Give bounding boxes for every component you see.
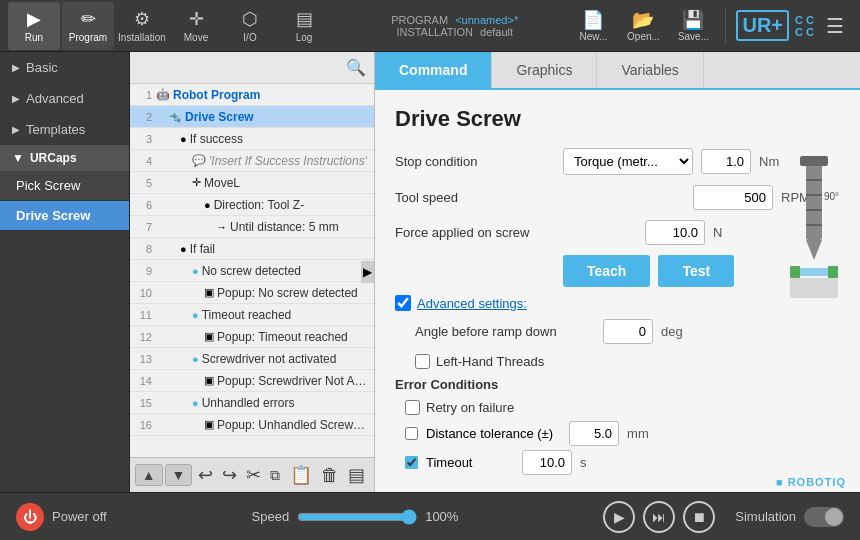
tree-row[interactable]: 12 ▣ Popup: Timeout reached <box>130 326 374 348</box>
sidebar-drive-screw[interactable]: Drive Screw <box>0 201 129 231</box>
timeout-input[interactable] <box>522 450 572 475</box>
new-label: New... <box>580 31 608 42</box>
tree-row[interactable]: 4 💬 'Insert If Success Instructions' <box>130 150 374 172</box>
paste-button[interactable]: 📋 <box>286 462 316 488</box>
popup-timeout-text: Popup: Timeout reached <box>217 330 348 344</box>
save-label: Save... <box>678 31 709 42</box>
sidebar-advanced-label: Advanced <box>26 91 84 106</box>
power-button[interactable]: ⏻ Power off <box>16 503 107 531</box>
left-hand-checkbox[interactable] <box>415 354 430 369</box>
tab-command[interactable]: Command <box>375 52 492 88</box>
cut-button[interactable]: ✂ <box>242 462 265 488</box>
advanced-settings-label[interactable]: Advanced settings: <box>417 296 527 311</box>
tree-row[interactable]: 11 ● Timeout reached <box>130 304 374 326</box>
basic-arrow: ▶ <box>12 62 20 73</box>
robot-icon: 🤖 <box>156 88 170 101</box>
sidebar-pick-screw[interactable]: Pick Screw <box>0 171 129 201</box>
distance-tol-checkbox[interactable] <box>405 427 418 440</box>
tab-graphics[interactable]: Graphics <box>492 52 597 88</box>
force-input[interactable] <box>645 220 705 245</box>
timeout-checkbox[interactable] <box>405 456 418 469</box>
program-name: <unnamed>* <box>455 14 518 26</box>
dir-icon: ● <box>204 199 211 211</box>
test-button[interactable]: Test <box>658 255 734 287</box>
angle-row: Angle before ramp down deg <box>415 319 840 344</box>
log-button[interactable]: ▤ Log <box>278 2 330 50</box>
speed-label: Speed <box>252 509 290 524</box>
tab-variables[interactable]: Variables <box>597 52 703 88</box>
advanced-checkbox[interactable] <box>395 295 411 311</box>
tree-row[interactable]: 3 ● If success <box>130 128 374 150</box>
templates-arrow: ▶ <box>12 124 20 135</box>
timeout-row: Timeout s <box>405 450 840 475</box>
tree-row[interactable]: 14 ▣ Popup: Screwdriver Not Acti... <box>130 370 374 392</box>
save-button[interactable]: 💾 Save... <box>671 9 715 42</box>
program-tree: 1 🤖 Robot Program 2 🔩 Drive Screw 3 ● <box>130 84 374 457</box>
stop-condition-row: Stop condition Torque (metr... Nm <box>395 148 840 175</box>
delete-button[interactable]: 🗑 <box>317 463 343 488</box>
menu-button[interactable]: ☰ <box>820 14 850 38</box>
simulation-section: Simulation <box>735 507 844 527</box>
prog-nav-up: ▲ ▼ <box>135 464 193 486</box>
sidebar-item-templates[interactable]: ▶ Templates <box>0 114 129 145</box>
sidebar-item-advanced[interactable]: ▶ Advanced <box>0 83 129 114</box>
robot-program-text: Robot Program <box>173 88 260 102</box>
timeout-label: Timeout <box>426 455 506 470</box>
error-conditions-title: Error Conditions <box>395 377 840 392</box>
speed-slider[interactable] <box>297 509 417 525</box>
toolbar-right: 📄 New... 📂 Open... 💾 Save... UR+ C C C C… <box>571 8 860 44</box>
run-label: Run <box>25 32 43 43</box>
panel-title: Drive Screw <box>395 106 840 132</box>
left-hand-label: Left-Hand Threads <box>436 354 544 369</box>
tool-speed-input[interactable] <box>693 185 773 210</box>
installation-button[interactable]: ⚙ Installation <box>116 2 168 50</box>
add-button[interactable]: ▤ <box>344 462 369 488</box>
undo-button[interactable]: ↩ <box>194 462 217 488</box>
ur-logo: UR+ <box>736 10 789 41</box>
play-button[interactable]: ▶ <box>603 501 635 533</box>
angle-input[interactable] <box>603 319 653 344</box>
search-button[interactable]: 🔍 <box>342 56 370 79</box>
tree-row-drive-screw[interactable]: 2 🔩 Drive Screw <box>130 106 374 128</box>
io-button[interactable]: ⬡ I/O <box>224 2 276 50</box>
tree-row[interactable]: 7 → Until distance: 5 mm <box>130 216 374 238</box>
popup4-icon: ▣ <box>204 418 214 431</box>
move-up-button[interactable]: ▲ <box>135 464 163 486</box>
stop-condition-select[interactable]: Torque (metr... <box>563 148 693 175</box>
move-button[interactable]: ✛ Move <box>170 2 222 50</box>
tree-scroll-right[interactable]: ▶ <box>361 261 374 283</box>
tab-bar: Command Graphics Variables <box>375 52 860 90</box>
step-button[interactable]: ⏭ <box>643 501 675 533</box>
retry-checkbox[interactable] <box>405 400 420 415</box>
redo-button[interactable]: ↪ <box>218 462 241 488</box>
program-button[interactable]: ✏ Program <box>62 2 114 50</box>
new-button[interactable]: 📄 New... <box>571 9 615 42</box>
run-button[interactable]: ▶ Run <box>8 2 60 50</box>
screw-visual: 90° <box>784 150 844 313</box>
tree-row[interactable]: 10 ▣ Popup: No screw detected <box>130 282 374 304</box>
copy-button[interactable]: ⧉ <box>266 465 284 486</box>
distance-tol-unit: mm <box>627 426 649 441</box>
insert-text: 'Insert If Success Instructions' <box>209 154 367 168</box>
distance-tol-input[interactable] <box>569 421 619 446</box>
top-toolbar: ▶ Run ✏ Program ⚙ Installation ✛ Move ⬡ … <box>0 0 860 52</box>
tree-row[interactable]: 8 ● If fail <box>130 238 374 260</box>
sidebar-item-basic[interactable]: ▶ Basic <box>0 52 129 83</box>
tree-row[interactable]: 5 ✛ MoveL <box>130 172 374 194</box>
tree-row[interactable]: 15 ● Unhandled errors <box>130 392 374 414</box>
tree-row[interactable]: 16 ▣ Popup: Unhandled Screwdriv... <box>130 414 374 436</box>
open-button[interactable]: 📂 Open... <box>621 9 665 42</box>
move-down-button[interactable]: ▼ <box>165 464 193 486</box>
simulation-toggle[interactable] <box>804 507 844 527</box>
tree-row[interactable]: 6 ● Direction: Tool Z- <box>130 194 374 216</box>
tree-row[interactable]: 9 ● No screw detected <box>130 260 374 282</box>
save-icon: 💾 <box>682 9 704 31</box>
log-label: Log <box>296 32 313 43</box>
tree-row[interactable]: 13 ● Screwdriver not activated <box>130 348 374 370</box>
sidebar-urcaps-section[interactable]: ▼ URCaps <box>0 145 129 171</box>
tree-row[interactable]: 1 🤖 Robot Program <box>130 84 374 106</box>
torque-input[interactable] <box>701 149 751 174</box>
stop-button[interactable]: ⏹ <box>683 501 715 533</box>
toolbar-icons: ▶ Run ✏ Program ⚙ Installation ✛ Move ⬡ … <box>0 2 338 50</box>
teach-button[interactable]: Teach <box>563 255 650 287</box>
